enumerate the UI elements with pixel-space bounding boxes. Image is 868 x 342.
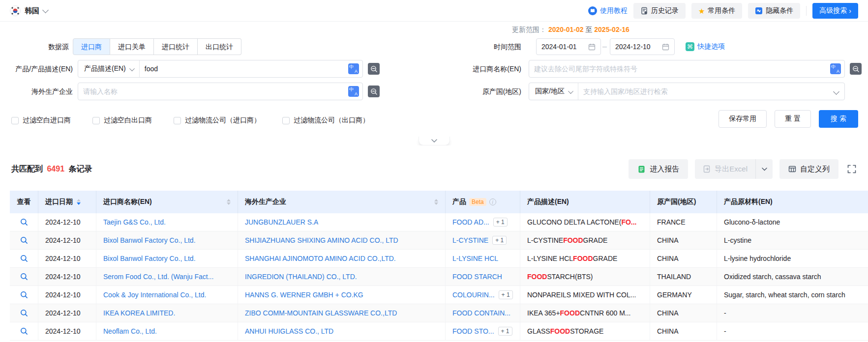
more-products-chip[interactable]: + 1 bbox=[499, 290, 513, 299]
more-products-chip[interactable]: + 1 bbox=[492, 236, 507, 245]
manufacturer-link[interactable]: SHIJIAZHUANG SHIXING AMINO ACID CO., LTD bbox=[245, 236, 398, 244]
date-start-input[interactable]: 2024-01-01 bbox=[536, 38, 601, 55]
results-header: 共匹配到 6491 条记录 进入报告 bbox=[11, 159, 858, 179]
view-search-icon[interactable] bbox=[20, 327, 28, 335]
view-search-icon[interactable] bbox=[20, 309, 28, 317]
tutorial-button[interactable]: 使用教程 bbox=[588, 6, 628, 15]
view-search-icon[interactable] bbox=[20, 218, 28, 226]
hide-conditions-button[interactable]: 隐藏条件 bbox=[748, 3, 800, 19]
product-link[interactable]: FOOD AD... bbox=[452, 218, 489, 226]
view-cell bbox=[10, 213, 38, 231]
importer-link[interactable]: Cook & Joy International Co., Ltd. bbox=[103, 291, 206, 299]
view-search-icon[interactable] bbox=[20, 291, 28, 299]
sort-icon[interactable] bbox=[434, 199, 438, 205]
more-products-chip[interactable]: + 1 bbox=[493, 218, 508, 227]
checkbox-filter-logistics-exporter[interactable]: 过滤物流公司（出口商） bbox=[282, 116, 369, 125]
tab-import-statistics[interactable]: 进口统计 bbox=[154, 38, 198, 55]
product-type-select[interactable]: 产品描述(EN) bbox=[78, 60, 140, 77]
table-row: 2024-12-10 Bixol Banwol Factory Co., Ltd… bbox=[10, 231, 868, 250]
importer-link[interactable]: IKEA KOREA LIMITED. bbox=[103, 309, 175, 317]
importer-link[interactable]: Bixol Banwol Factory Co., Ltd. bbox=[103, 236, 196, 244]
history-button[interactable]: 历史记录 bbox=[633, 3, 686, 19]
manufacturer-link[interactable]: INGREDION (THAILAND) CO., LTD. bbox=[245, 273, 357, 281]
product-link[interactable]: L-CYSTINE bbox=[452, 236, 488, 244]
checkbox-filter-logistics-importer[interactable]: 过滤物流公司（进口商） bbox=[174, 116, 261, 125]
export-excel-button[interactable]: 导出Excel bbox=[695, 159, 756, 179]
export-dropdown-button[interactable] bbox=[756, 159, 773, 179]
manufacturer-link[interactable]: JUNGBUNZLAUER S.A bbox=[245, 218, 318, 226]
manufacturer-link[interactable]: HANNS G. WERNER GMBH + CO.KG bbox=[245, 291, 363, 299]
date-end-input[interactable]: 2024-12-10 bbox=[610, 38, 675, 55]
translate-icon[interactable]: 中A bbox=[830, 63, 841, 74]
origin-cell: CHINA bbox=[650, 304, 717, 322]
save-favorite-button[interactable]: 保存常用 bbox=[718, 110, 767, 128]
product-link[interactable]: FOOD STO... bbox=[452, 327, 494, 335]
importer-cell: Cook & Joy International Co., Ltd. bbox=[96, 286, 238, 304]
date-end-value: 2024-12-10 bbox=[615, 43, 651, 51]
tab-export-statistics[interactable]: 出口统计 bbox=[198, 38, 241, 55]
import-date-cell: 2024-12-10 bbox=[38, 286, 96, 304]
checkbox-filter-blank-exporter[interactable]: 过滤空白出口商 bbox=[92, 116, 152, 125]
count-number: 6491 bbox=[47, 165, 64, 173]
header-origin-country: 原产国(地区) bbox=[650, 191, 717, 213]
manufacturer-link[interactable]: SHANGHAI AJINOMOTO AMINO ACID CO.,LTD. bbox=[245, 255, 396, 262]
enter-report-button[interactable]: 进入报告 bbox=[629, 159, 688, 179]
checkbox-label: 过滤空白出口商 bbox=[104, 116, 152, 125]
import-date-cell: 2024-12-10 bbox=[38, 250, 96, 267]
tab-importers[interactable]: 进口商 bbox=[73, 38, 110, 55]
view-search-icon[interactable] bbox=[20, 273, 28, 281]
fullscreen-button[interactable] bbox=[845, 163, 858, 175]
manufacturer-input[interactable] bbox=[78, 83, 348, 100]
product-link[interactable]: COLOURIN... bbox=[452, 291, 495, 299]
search-button[interactable]: 搜 索 bbox=[819, 110, 858, 128]
translate-icon[interactable]: 中A bbox=[348, 86, 359, 97]
product-link[interactable]: L-LYSINE HCL bbox=[452, 255, 498, 262]
product-link[interactable]: FOOD STARCH bbox=[452, 273, 502, 281]
manufacturer-cell: HANNS G. WERNER GMBH + CO.KG bbox=[238, 286, 446, 304]
country-selector[interactable]: 韩国 bbox=[10, 0, 48, 22]
view-cell bbox=[10, 231, 38, 249]
importer-link[interactable]: Taejin G&S Co., Ltd. bbox=[103, 218, 166, 226]
importer-cell: Neoflam Co., Ltd. bbox=[96, 322, 238, 340]
product-link[interactable]: FOOD CONTAIN... bbox=[452, 309, 510, 317]
more-products-chip[interactable]: + 1 bbox=[498, 327, 512, 336]
table-body: 2024-12-10 Taejin G&S Co., Ltd. JUNGBUNZ… bbox=[10, 213, 868, 341]
importer-link[interactable]: Neoflam Co., Ltd. bbox=[103, 327, 157, 335]
favorites-button[interactable]: ★ 常用条件 bbox=[691, 3, 742, 19]
collapse-panel-handle[interactable] bbox=[419, 137, 450, 145]
product-input[interactable] bbox=[140, 60, 348, 77]
header-raw-material: 产品原材料(EN) bbox=[717, 191, 868, 213]
header-importer-name[interactable]: 进口商名称(EN) bbox=[96, 191, 238, 213]
customize-columns-button[interactable]: 自定义列 bbox=[779, 159, 838, 179]
info-icon[interactable]: i bbox=[489, 199, 496, 205]
header-import-date[interactable]: 进口日期 bbox=[38, 191, 96, 213]
importer-link[interactable]: Bixol Banwol Factory Co., Ltd. bbox=[103, 255, 196, 262]
manufacturer-link[interactable]: ANHUI HUIGLASS CO., LTD bbox=[245, 327, 333, 335]
origin-input[interactable] bbox=[578, 83, 834, 100]
view-search-icon[interactable] bbox=[20, 255, 28, 262]
importer-input[interactable] bbox=[529, 60, 830, 77]
advanced-search-button[interactable]: 高级搜索 › bbox=[812, 3, 858, 19]
exclude-search-icon[interactable] bbox=[850, 63, 862, 75]
origin-cell: GERMANY bbox=[650, 286, 717, 304]
sort-icon[interactable] bbox=[227, 199, 231, 205]
translate-icon[interactable]: 中A bbox=[348, 63, 359, 74]
quick-options-button[interactable]: ⌘ 快捷选项 bbox=[686, 38, 725, 55]
import-date-cell: 2024-12-10 bbox=[38, 304, 96, 322]
header-manufacturer[interactable]: 海外生产企业 bbox=[238, 191, 446, 213]
origin-type-select[interactable]: 国家/地区 bbox=[529, 83, 578, 100]
checkbox-icon bbox=[92, 117, 100, 124]
calendar-icon bbox=[588, 43, 596, 51]
product-cell: COLOURIN... + 1 bbox=[446, 286, 520, 304]
importer-cell: Serom Food Co., Ltd. (Wanju Fact... bbox=[96, 268, 238, 285]
exclude-search-icon[interactable] bbox=[368, 86, 380, 97]
checkbox-filter-blank-importer[interactable]: 过滤空白进口商 bbox=[11, 116, 71, 125]
importer-link[interactable]: Serom Food Co., Ltd. (Wanju Fact... bbox=[103, 273, 213, 281]
exclude-search-icon[interactable] bbox=[368, 63, 380, 75]
view-search-icon[interactable] bbox=[20, 236, 28, 244]
sort-icon[interactable] bbox=[77, 199, 81, 205]
reset-button[interactable]: 重 置 bbox=[775, 110, 811, 128]
manufacturer-link[interactable]: ZIBO COMM-MOUNTAIN GLASSWARE CO.,LTD bbox=[245, 309, 397, 317]
tab-import-declarations[interactable]: 进口关单 bbox=[110, 38, 154, 55]
product-desc-cell: GLASS FOOD STORAGE bbox=[520, 322, 650, 340]
